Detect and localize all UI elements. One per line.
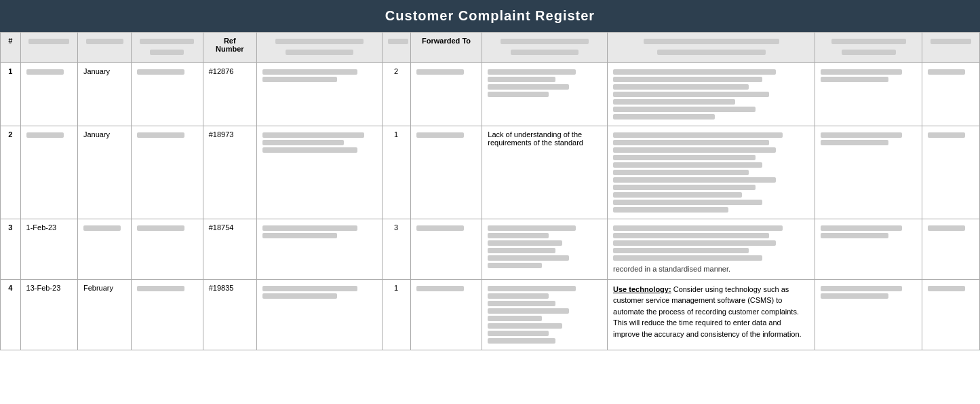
table-header: # Ref Number Forwarded To [1, 33, 980, 63]
col-header-num: # [1, 33, 21, 63]
cell-cat-4 [132, 279, 203, 350]
cell-nature-2 [256, 126, 382, 219]
table-row: 3 1-Feb-23 #18754 3 [1, 219, 980, 280]
cell-status-1 [815, 63, 922, 126]
cell-fwd-2 [410, 126, 482, 219]
cell-occ-4: 1 [382, 279, 410, 350]
table-row: 1 January #12876 2 [1, 63, 980, 126]
col-header-occ [382, 33, 410, 63]
col-header-action [608, 33, 815, 63]
cell-fwd-1 [410, 63, 482, 126]
cell-close-3 [922, 219, 980, 280]
cell-month-1: January [77, 63, 131, 126]
cell-close-1 [922, 63, 980, 126]
cell-close-4 [922, 279, 980, 350]
cell-month-2: January [77, 126, 131, 219]
cell-cause-1 [482, 63, 608, 126]
cell-cat-3 [132, 219, 203, 280]
cell-num-2: 2 [1, 126, 21, 219]
cell-ref-1: #12876 [203, 63, 256, 126]
cell-date-1 [20, 63, 77, 126]
cell-num-1: 1 [1, 63, 21, 126]
cell-month-3 [77, 219, 131, 280]
cell-nature-3 [256, 219, 382, 280]
col-header-fwd: Forwarded To [410, 33, 482, 63]
cell-action-3: recorded in a standardised manner. [608, 219, 815, 280]
col-header-cat [132, 33, 203, 63]
cell-nature-1 [256, 63, 382, 126]
cell-cause-4 [482, 279, 608, 350]
col-header-ref: Ref Number [203, 33, 256, 63]
table-row: 4 13-Feb-23 February #19835 1 [1, 279, 980, 350]
cell-num-4: 4 [1, 279, 21, 350]
col-header-close [922, 33, 980, 63]
cell-nature-4 [256, 279, 382, 350]
cell-cat-1 [132, 63, 203, 126]
col-header-cause [482, 33, 608, 63]
col-header-date [20, 33, 77, 63]
cell-close-2 [922, 126, 980, 219]
cell-date-4: 13-Feb-23 [20, 279, 77, 350]
page-title: Customer Complaint Register [0, 0, 980, 32]
table-row: 2 January #18973 1 Lack of understanding… [1, 126, 980, 219]
col-header-nature [256, 33, 382, 63]
cell-action-4: Use technology: Consider using technolog… [608, 279, 815, 350]
cell-action-2 [608, 126, 815, 219]
cell-date-2 [20, 126, 77, 219]
action-label-4: Use technology: [613, 285, 671, 293]
cell-cause-2: Lack of understanding of the requirement… [482, 126, 608, 219]
cell-occ-3: 3 [382, 219, 410, 280]
cell-cause-3 [482, 219, 608, 280]
cell-action-1 [608, 63, 815, 126]
cell-ref-3: #18754 [203, 219, 256, 280]
cell-occ-1: 2 [382, 63, 410, 126]
cell-cat-2 [132, 126, 203, 219]
col-header-month [77, 33, 131, 63]
cell-ref-2: #18973 [203, 126, 256, 219]
cell-occ-2: 1 [382, 126, 410, 219]
cell-fwd-3 [410, 219, 482, 280]
col-header-status [815, 33, 922, 63]
cell-ref-4: #19835 [203, 279, 256, 350]
cell-date-3: 1-Feb-23 [20, 219, 77, 280]
cell-num-3: 3 [1, 219, 21, 280]
cell-status-3 [815, 219, 922, 280]
cell-status-4 [815, 279, 922, 350]
cell-status-2 [815, 126, 922, 219]
cell-fwd-4 [410, 279, 482, 350]
cell-month-4: February [77, 279, 131, 350]
